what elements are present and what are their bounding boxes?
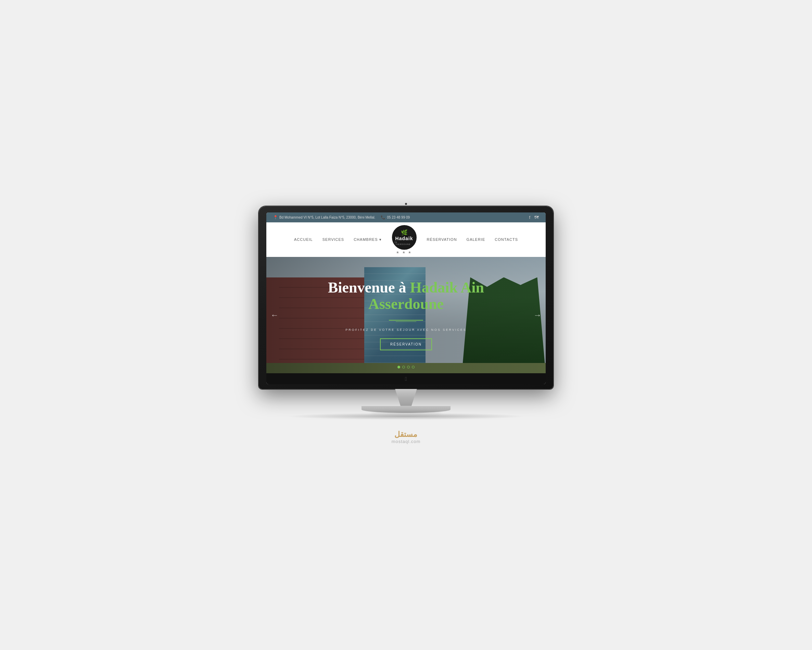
screen: 📍 Bd Mohammed VI N°5, Lot Lalla Faiza N°… [266,212,546,384]
hero-title-prefix: Bienvenue à [328,279,410,296]
stand-neck [379,389,433,406]
dot-2[interactable] [402,366,405,368]
phone-section: 📞 05 23 48 99 09 [381,215,410,220]
hero-divider [389,320,423,321]
apple-logo:  [266,373,546,384]
logo-stars: ★ ★ ★ [396,250,412,254]
monitor-stand [362,389,450,413]
logo-name: Hadaik [395,236,413,241]
slider-arrow-right[interactable]: → [533,310,542,320]
stand-base [362,406,450,413]
logo-circle: 🌿 Hadaik AIN ASSERDOUNE [392,225,417,250]
phone-text: 05 23 48 99 09 [387,216,410,219]
dot-1[interactable] [397,366,400,368]
hero-subtitle: PROFITEZ DE VOTRE SÉJOUR AVEC NOS SERVIC… [345,328,467,332]
phone-icon: 📞 [381,215,385,220]
monitor: 📍 Bd Mohammed VI N°5, Lot Lalla Faiza N°… [259,206,553,389]
watermark-arabic: مستقل [392,430,421,439]
pin-icon: 📍 [273,215,278,220]
logo-tagline: AIN ASSERDOUNE [393,241,415,245]
nav-left: ACCUEIL SERVICES CHAMBRES ▾ [294,237,382,242]
nav-galerie[interactable]: GALERIE [467,237,485,242]
logo-wrapper[interactable]: 🌿 Hadaik AIN ASSERDOUNE ★ ★ ★ [392,225,417,254]
facebook-icon[interactable]: f [529,215,530,220]
top-bar-left: 📍 Bd Mohammed VI N°5, Lot Lalla Faiza N°… [273,215,410,220]
nav-chambres[interactable]: CHAMBRES ▾ [354,237,382,242]
monitor-outer: 📍 Bd Mohammed VI N°5, Lot Lalla Faiza N°… [259,206,553,389]
watermark-url: mostaql.com [392,439,421,444]
nav-contacts[interactable]: CONTACTS [495,237,518,242]
top-bar-right: f 🗺 [529,215,539,220]
hero-section: Bienvenue à Hadaik AinAsserdoune PROFITE… [266,257,546,373]
address-section: 📍 Bd Mohammed VI N°5, Lot Lalla Faiza N°… [273,215,375,220]
map-icon[interactable]: 🗺 [534,215,539,220]
watermark: مستقل mostaql.com [392,430,421,444]
hero-title: Bienvenue à Hadaik AinAsserdoune [328,280,484,313]
nav-reservation[interactable]: RÉSERVATION [427,237,457,242]
top-bar: 📍 Bd Mohammed VI N°5, Lot Lalla Faiza N°… [266,212,546,222]
nav-services[interactable]: SERVICES [322,237,344,242]
monitor-bezel: 📍 Bd Mohammed VI N°5, Lot Lalla Faiza N°… [266,212,546,384]
nav-accueil[interactable]: ACCUEIL [294,237,313,242]
nav-right: RÉSERVATION GALERIE CONTACTS [427,237,518,242]
hero-cta-button[interactable]: RÉSERVATION [380,338,432,350]
navbar: ACCUEIL SERVICES CHAMBRES ▾ 🌿 Hadaik AIN… [266,222,546,257]
slider-arrow-left[interactable]: ← [270,310,279,320]
scene: 📍 Bd Mohammed VI N°5, Lot Lalla Faiza N°… [252,206,560,444]
logo-leaf-icon: 🌿 [401,229,408,236]
address-text: Bd Mohammed VI N°5, Lot Lalla Faiza N°5,… [279,216,375,219]
dot-4[interactable] [412,366,415,368]
dot-3[interactable] [407,366,410,368]
slider-dots [397,366,415,368]
hero-content: Bienvenue à Hadaik AinAsserdoune PROFITE… [266,257,546,373]
camera-dot [405,203,407,205]
